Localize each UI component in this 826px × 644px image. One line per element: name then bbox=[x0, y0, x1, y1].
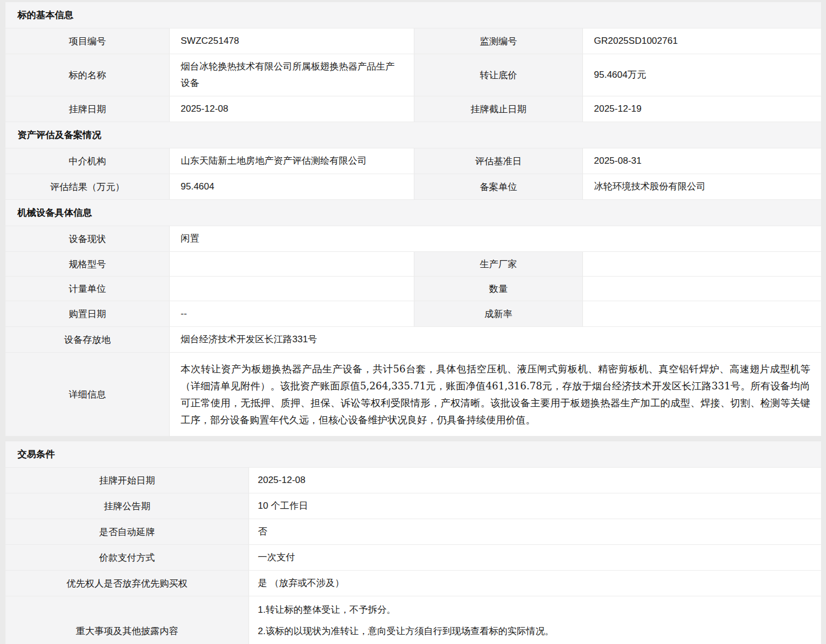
field-label: 项目编号 bbox=[5, 28, 170, 54]
field-value: GR2025SD1002761 bbox=[583, 28, 821, 54]
field-label: 购置日期 bbox=[5, 301, 170, 326]
field-value: 闲置 bbox=[170, 226, 821, 251]
section-title: 资产评估及备案情况 bbox=[5, 122, 821, 148]
field-label: 是否自动延牌 bbox=[5, 519, 249, 544]
field-value: 烟台冰轮换热技术有限公司所属板翅换热器产品生产设备 bbox=[170, 54, 414, 96]
field-value: 是 （放弃或不涉及） bbox=[249, 571, 821, 596]
field-label: 价款支付方式 bbox=[5, 545, 249, 570]
table-row: 计量单位数量 bbox=[5, 277, 821, 301]
section-rows: 挂牌开始日期2025-12-08挂牌公告期10 个工作日是否自动延牌否价款支付方… bbox=[5, 468, 821, 644]
field-value bbox=[170, 252, 414, 276]
field-value bbox=[170, 277, 414, 301]
field-value: 山东天陆新土地房地产资产评估测绘有限公司 bbox=[170, 148, 414, 174]
field-value: 烟台经济技术开发区长江路331号 bbox=[170, 327, 821, 352]
table-row: 标的名称烟台冰轮换热技术有限公司所属板翅换热器产品生产设备转让底价95.4604… bbox=[5, 54, 821, 96]
field-value: 2025-12-08 bbox=[249, 468, 821, 493]
field-label: 成新率 bbox=[414, 301, 583, 326]
disclosure-line: 3.其他重大事项详见天陆新资评烟报字[2025]第027号《资产评估报告》及明细… bbox=[258, 642, 812, 644]
table-row: 项目编号SWZC251478监测编号GR2025SD1002761 bbox=[5, 28, 821, 54]
section-equipment-info: 机械设备具体信息 设备现状闲置规格型号生产厂家计量单位数量购置日期--成新率设备… bbox=[5, 200, 821, 436]
field-value bbox=[583, 252, 821, 276]
table-row: 设备存放地烟台经济技术开发区长江路331号 bbox=[5, 327, 821, 353]
section-asset-evaluation: 资产评估及备案情况 中介机构山东天陆新土地房地产资产评估测绘有限公司评估基准日2… bbox=[5, 122, 821, 200]
field-label: 监测编号 bbox=[414, 28, 583, 54]
field-label: 计量单位 bbox=[5, 277, 170, 301]
field-label: 中介机构 bbox=[5, 148, 170, 174]
field-value bbox=[583, 277, 821, 301]
field-label: 挂牌公告期 bbox=[5, 493, 249, 519]
field-value: 否 bbox=[249, 519, 821, 544]
section-trade-conditions: 交易条件 挂牌开始日期2025-12-08挂牌公告期10 个工作日是否自动延牌否… bbox=[5, 441, 821, 644]
section-rows: 设备现状闲置规格型号生产厂家计量单位数量购置日期--成新率设备存放地烟台经济技术… bbox=[5, 226, 821, 436]
field-label: 挂牌开始日期 bbox=[5, 468, 249, 493]
table-row: 设备现状闲置 bbox=[5, 226, 821, 252]
field-label: 转让底价 bbox=[414, 54, 583, 96]
field-value: 1.转让标的整体受让，不予拆分。2.该标的以现状为准转让，意向受让方须自行到现场… bbox=[249, 596, 821, 644]
field-value: -- bbox=[170, 301, 414, 326]
field-label: 挂牌截止日期 bbox=[414, 96, 583, 122]
field-label: 评估基准日 bbox=[414, 148, 583, 174]
section-title: 标的基本信息 bbox=[5, 2, 821, 28]
section-rows: 项目编号SWZC251478监测编号GR2025SD1002761标的名称烟台冰… bbox=[5, 28, 821, 122]
field-value: 2025-12-08 bbox=[170, 96, 414, 122]
field-label: 设备现状 bbox=[5, 226, 170, 251]
table-row: 挂牌日期2025-12-08挂牌截止日期2025-12-19 bbox=[5, 96, 821, 122]
section-rows: 中介机构山东天陆新土地房地产资产评估测绘有限公司评估基准日2025-08-31评… bbox=[5, 148, 821, 200]
section-title: 机械设备具体信息 bbox=[5, 200, 821, 226]
field-value: SWZC251478 bbox=[170, 28, 414, 54]
field-value: 95.4604万元 bbox=[583, 54, 821, 96]
field-label: 规格型号 bbox=[5, 252, 170, 276]
field-value: 2025-12-19 bbox=[583, 96, 821, 122]
table-row: 优先权人是否放弃优先购买权是 （放弃或不涉及） bbox=[5, 571, 821, 596]
trade-conditions-card: 交易条件 挂牌开始日期2025-12-08挂牌公告期10 个工作日是否自动延牌否… bbox=[5, 441, 821, 644]
section-divider bbox=[5, 436, 821, 441]
field-label: 评估结果（万元） bbox=[5, 174, 170, 199]
table-row: 挂牌开始日期2025-12-08 bbox=[5, 468, 821, 493]
table-row: 评估结果（万元）95.4604备案单位冰轮环境技术股份有限公司 bbox=[5, 174, 821, 200]
table-row: 规格型号生产厂家 bbox=[5, 252, 821, 277]
field-value: 2025-08-31 bbox=[583, 148, 821, 174]
field-label: 详细信息 bbox=[5, 353, 170, 436]
field-label: 优先权人是否放弃优先购买权 bbox=[5, 571, 249, 596]
section-basic-info: 标的基本信息 项目编号SWZC251478监测编号GR2025SD1002761… bbox=[5, 2, 821, 122]
field-label: 生产厂家 bbox=[414, 252, 583, 276]
table-row: 价款支付方式一次支付 bbox=[5, 545, 821, 571]
field-label: 标的名称 bbox=[5, 54, 170, 96]
table-row: 购置日期--成新率 bbox=[5, 301, 821, 327]
field-value: 本次转让资产为板翅换热器产品生产设备，共计56台套，具体包括空压机、液压闸式剪板… bbox=[170, 353, 821, 436]
field-value: 冰轮环境技术股份有限公司 bbox=[583, 174, 821, 199]
table-row: 挂牌公告期10 个工作日 bbox=[5, 493, 821, 519]
field-label: 挂牌日期 bbox=[5, 96, 170, 122]
table-row: 详细信息本次转让资产为板翅换热器产品生产设备，共计56台套，具体包括空压机、液压… bbox=[5, 353, 821, 436]
disclosure-line: 2.该标的以现状为准转让，意向受让方须自行到现场查看标的实际情况。 bbox=[258, 620, 812, 642]
disclosure-line: 1.转让标的整体受让，不予拆分。 bbox=[258, 599, 812, 620]
field-value: 95.4604 bbox=[170, 174, 414, 199]
field-value: 一次支付 bbox=[249, 545, 821, 570]
field-label: 设备存放地 bbox=[5, 327, 170, 352]
table-row: 重大事项及其他披露内容1.转让标的整体受让，不予拆分。2.该标的以现状为准转让，… bbox=[5, 596, 821, 644]
field-value: 10 个工作日 bbox=[249, 493, 821, 519]
page: 标的基本信息 项目编号SWZC251478监测编号GR2025SD1002761… bbox=[0, 0, 826, 644]
table-row: 中介机构山东天陆新土地房地产资产评估测绘有限公司评估基准日2025-08-31 bbox=[5, 148, 821, 174]
section-title: 交易条件 bbox=[5, 441, 821, 468]
field-label: 备案单位 bbox=[414, 174, 583, 199]
info-table-card: 标的基本信息 项目编号SWZC251478监测编号GR2025SD1002761… bbox=[5, 2, 821, 436]
field-label: 数量 bbox=[414, 277, 583, 301]
field-label: 重大事项及其他披露内容 bbox=[5, 596, 249, 644]
table-row: 是否自动延牌否 bbox=[5, 519, 821, 545]
field-value bbox=[583, 301, 821, 326]
